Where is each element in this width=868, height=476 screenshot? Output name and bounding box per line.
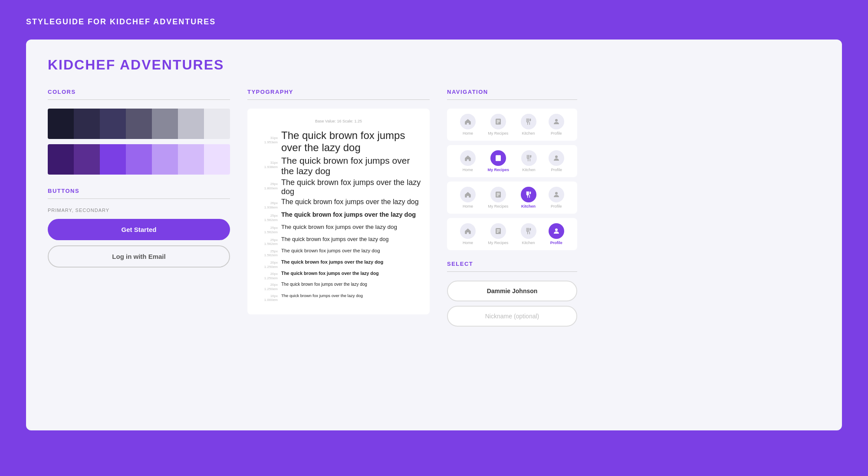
- type-row-3: 29px1.800em The quick brown fox jumps ov…: [256, 178, 421, 196]
- nav-label-home-1: Home: [463, 131, 473, 136]
- type-row-6: 25px1.562em The quick brown fox jumps ov…: [256, 224, 421, 234]
- kitchen-icon-bg-1: [521, 114, 536, 129]
- type-scale-info: Base Value: 16 Scale: 1.25: [256, 119, 421, 123]
- nav-item-home-1[interactable]: Home: [460, 114, 476, 136]
- profile-icon-bg-1: [549, 114, 564, 129]
- purple-swatch-2: [74, 144, 100, 175]
- nav-label-kitchen-1: Kitchen: [522, 131, 535, 136]
- color-swatch-5: [152, 109, 178, 139]
- typography-box: Base Value: 16 Scale: 1.25 31px1.953em T…: [247, 109, 430, 314]
- type-row-1: 31px1.953em The quick brown fox jumps ov…: [256, 129, 421, 154]
- purple-color-row: [48, 144, 230, 175]
- nav-item-profile-2[interactable]: Profile: [549, 150, 564, 172]
- purple-swatch-7: [204, 144, 230, 175]
- nav-group-4: Home My Recipes: [447, 218, 577, 250]
- primary-button[interactable]: Get Started: [48, 219, 230, 240]
- home-icon-bg-4: [460, 223, 476, 239]
- select-placeholder[interactable]: Nickname (optional): [447, 306, 577, 327]
- home-icon-1: [464, 118, 472, 126]
- nav-label-recipes-3: My Recipes: [488, 204, 508, 208]
- nav-label-kitchen-4: Kitchen: [522, 241, 535, 245]
- nav-label-recipes-1: My Recipes: [488, 131, 508, 136]
- recipes-icon-1: [494, 118, 502, 126]
- purple-swatch-4: [126, 144, 152, 175]
- kitchen-icon-3: [525, 191, 533, 198]
- profile-icon-2: [552, 154, 560, 162]
- select-divider: [447, 271, 577, 272]
- home-icon-2: [464, 154, 472, 162]
- home-icon-3: [464, 191, 472, 198]
- svg-rect-8: [496, 159, 499, 160]
- purple-swatch-6: [178, 144, 204, 175]
- kitchen-icon-bg-3: [521, 187, 536, 202]
- nav-item-recipes-3[interactable]: My Recipes: [488, 187, 508, 208]
- button-meta-label: PRIMARY, SECONDARY: [48, 208, 230, 213]
- nav-item-recipes-1[interactable]: My Recipes: [488, 114, 508, 136]
- color-swatch-2: [74, 109, 100, 139]
- kitchen-icon-1: [525, 118, 533, 126]
- kitchen-icon-4: [525, 227, 533, 235]
- type-row-11: 20px1.250em The quick brown fox jumps ov…: [256, 282, 421, 291]
- nav-label-home-2: Home: [463, 168, 473, 172]
- svg-rect-18: [496, 232, 499, 233]
- svg-point-9: [555, 155, 558, 158]
- nav-item-home-3[interactable]: Home: [460, 187, 476, 208]
- svg-rect-17: [496, 231, 500, 231]
- profile-icon-bg-2: [549, 150, 564, 166]
- navigation-divider: [447, 99, 577, 100]
- colors-divider: [48, 99, 230, 100]
- select-section: SELECT Dammie Johnson Nickname (optional…: [447, 261, 577, 327]
- color-swatch-1: [48, 109, 74, 139]
- colors-section: COLORS: [48, 89, 230, 175]
- colors-section-header: COLORS: [48, 89, 230, 95]
- home-icon-bg-3: [460, 187, 476, 202]
- recipes-icon-bg-4: [490, 223, 506, 239]
- type-row-4: 26px1.938em The quick brown fox jumps ov…: [256, 198, 421, 209]
- type-row-2: 31px1.938em The quick brown fox jumps ov…: [256, 155, 421, 176]
- nav-item-kitchen-2[interactable]: Kitchen: [521, 150, 537, 172]
- nav-item-profile-3[interactable]: Profile: [549, 187, 564, 208]
- color-swatch-6: [178, 109, 204, 139]
- nav-label-profile-4: Profile: [550, 241, 562, 245]
- home-icon-bg-1: [460, 114, 476, 129]
- svg-rect-1: [496, 120, 500, 121]
- neutral-color-row: [48, 109, 230, 139]
- nav-item-kitchen-3[interactable]: Kitchen: [521, 187, 536, 208]
- home-icon-4: [464, 227, 472, 235]
- recipes-icon-3: [494, 191, 502, 198]
- type-row-10: 20px1.250em The quick brown fox jumps ov…: [256, 271, 421, 280]
- nav-item-kitchen-1[interactable]: Kitchen: [521, 114, 536, 136]
- nav-item-home-2[interactable]: Home: [460, 150, 476, 172]
- recipes-icon-4: [494, 227, 502, 235]
- svg-point-19: [555, 228, 558, 231]
- nav-group-3: Home My Recipes: [447, 182, 577, 214]
- navigation-section: NAVIGATION Home: [447, 89, 577, 250]
- svg-rect-3: [496, 122, 499, 123]
- home-icon-bg-2: [460, 150, 476, 166]
- svg-rect-16: [496, 229, 500, 230]
- typography-section: TYPOGRAPHY Base Value: 16 Scale: 1.25 31…: [247, 89, 430, 314]
- select-value[interactable]: Dammie Johnson: [447, 281, 577, 301]
- secondary-button[interactable]: Log in with Email: [48, 245, 230, 268]
- kitchen-icon-2: [525, 154, 533, 162]
- purple-swatch-1: [48, 144, 74, 175]
- brand-title: KIDCHEF ADVENTURES: [48, 57, 820, 73]
- svg-rect-11: [496, 193, 500, 194]
- type-row-8: 25px1.562em The quick brown fox jumps ov…: [256, 248, 421, 258]
- purple-swatch-3: [100, 144, 126, 175]
- profile-icon-4: [552, 227, 560, 235]
- typography-divider: [247, 99, 430, 100]
- type-row-5: 25px1.562em The quick brown fox jumps ov…: [256, 211, 421, 222]
- page-title: STYLEGUIDE FOR KIDCHEF ADVENTURES: [26, 17, 842, 26]
- nav-item-kitchen-4[interactable]: Kitchen: [521, 223, 536, 245]
- nav-item-profile-4[interactable]: Profile: [549, 223, 564, 245]
- nav-item-recipes-4[interactable]: My Recipes: [488, 223, 508, 245]
- recipes-icon-bg-2: [490, 150, 506, 166]
- nav-item-recipes-2[interactable]: My Recipes: [487, 150, 509, 172]
- nav-item-profile-1[interactable]: Profile: [549, 114, 564, 136]
- color-swatch-7: [204, 109, 230, 139]
- profile-icon-bg-4: [549, 223, 564, 239]
- nav-item-home-4[interactable]: Home: [460, 223, 476, 245]
- type-row-7: 25px1.562em The quick brown fox jumps ov…: [256, 236, 421, 246]
- purple-swatch-5: [152, 144, 178, 175]
